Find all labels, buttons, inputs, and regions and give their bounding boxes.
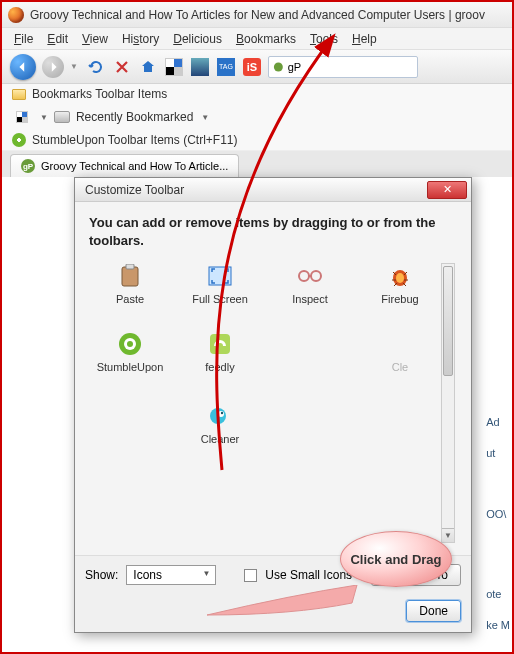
home-button[interactable] bbox=[138, 57, 158, 77]
item-feedly[interactable]: feedly bbox=[179, 331, 261, 373]
search-engine-icon bbox=[273, 61, 284, 73]
scrollbar-thumb[interactable] bbox=[443, 266, 453, 376]
reload-button[interactable] bbox=[86, 57, 106, 77]
back-button[interactable] bbox=[10, 54, 36, 80]
toolbar-items-panel: Paste Full Screen Inspect Firebug Stumbl… bbox=[89, 263, 457, 543]
dropdown-icon: ▼ bbox=[40, 113, 48, 122]
svg-point-12 bbox=[210, 408, 226, 424]
stumbleupon-icon bbox=[12, 133, 26, 147]
dialog-title: Customize Toolbar bbox=[85, 183, 184, 197]
add-new-toolbar-button[interactable]: Add New To bbox=[371, 564, 461, 586]
delicious-small-icon bbox=[12, 107, 32, 127]
paste-icon bbox=[117, 263, 143, 289]
svg-point-0 bbox=[274, 62, 283, 71]
customize-toolbar-dialog: Customize Toolbar ✕ You can add or remov… bbox=[74, 177, 472, 633]
menu-file[interactable]: File bbox=[8, 30, 39, 48]
tag-chip-icon bbox=[54, 111, 70, 123]
window-title: Groovy Technical and How To Articles for… bbox=[30, 8, 485, 22]
menu-bookmarks[interactable]: Bookmarks bbox=[230, 30, 302, 48]
search-input[interactable] bbox=[288, 61, 413, 73]
scrollbar[interactable]: ▼ bbox=[441, 263, 455, 543]
bookmarks-toolbar-label[interactable]: Bookmarks Toolbar Items bbox=[32, 87, 167, 101]
bookmarks-toolbar-row: Bookmarks Toolbar Items bbox=[2, 84, 512, 104]
stumbleupon-row[interactable]: StumbleUpon Toolbar Items (Ctrl+F11) bbox=[2, 130, 512, 151]
stop-button[interactable] bbox=[112, 57, 132, 77]
item-cle-partial[interactable]: Cle bbox=[359, 331, 441, 373]
tag-icon[interactable]: TAG bbox=[216, 57, 236, 77]
dialog-titlebar[interactable]: Customize Toolbar ✕ bbox=[75, 178, 471, 202]
scrollbar-down-icon[interactable]: ▼ bbox=[442, 528, 454, 542]
done-button[interactable]: Done bbox=[406, 600, 461, 622]
feedly-icon bbox=[207, 331, 233, 357]
content-area: Adut OO\ ote ke M ated Customize Toolbar… bbox=[2, 177, 512, 654]
svg-point-14 bbox=[221, 412, 223, 414]
firefox-icon bbox=[8, 7, 24, 23]
tab-active[interactable]: gP Groovy Technical and How To Article..… bbox=[10, 154, 239, 177]
inspect-icon bbox=[297, 263, 323, 289]
favicon-icon: gP bbox=[21, 159, 35, 173]
small-icons-checkbox[interactable] bbox=[244, 569, 257, 582]
svg-point-10 bbox=[127, 341, 133, 347]
svg-rect-2 bbox=[126, 264, 134, 269]
stumbleupon-icon bbox=[117, 331, 143, 357]
search-box[interactable] bbox=[268, 56, 418, 78]
folder-icon bbox=[12, 89, 26, 100]
background-text-fragments: Adut OO\ ote ke M ated bbox=[486, 407, 510, 654]
item-inspect[interactable]: Inspect bbox=[269, 263, 351, 305]
menu-tools[interactable]: Tools bbox=[304, 30, 344, 48]
menu-help[interactable]: Help bbox=[346, 30, 383, 48]
recently-bookmarked-label: Recently Bookmarked bbox=[76, 110, 193, 124]
menu-bar: File Edit View History Delicious Bookmar… bbox=[2, 28, 512, 50]
recently-bookmarked-row[interactable]: ▼ Recently Bookmarked ▼ bbox=[2, 104, 512, 130]
tab-strip: gP Groovy Technical and How To Article..… bbox=[2, 151, 512, 177]
menu-delicious[interactable]: Delicious bbox=[167, 30, 228, 48]
partial-icon bbox=[387, 331, 413, 357]
window-titlebar: Groovy Technical and How To Articles for… bbox=[2, 2, 512, 28]
dialog-footer: Show: Icons Use Small Icons Add New To bbox=[75, 555, 471, 594]
show-label: Show: bbox=[85, 568, 118, 582]
is-icon[interactable]: iS bbox=[242, 57, 262, 77]
forward-button[interactable] bbox=[42, 56, 64, 78]
dropdown-icon: ▼ bbox=[201, 113, 209, 122]
menu-history[interactable]: History bbox=[116, 30, 165, 48]
item-paste[interactable]: Paste bbox=[89, 263, 171, 305]
menu-view[interactable]: View bbox=[76, 30, 114, 48]
item-fullscreen[interactable]: Full Screen bbox=[179, 263, 261, 305]
svg-rect-11 bbox=[210, 334, 230, 354]
menu-edit[interactable]: Edit bbox=[41, 30, 74, 48]
svg-point-4 bbox=[299, 271, 309, 281]
nav-history-dropdown-icon[interactable]: ▼ bbox=[70, 62, 80, 71]
item-firebug[interactable]: Firebug bbox=[359, 263, 441, 305]
firebug-icon bbox=[387, 263, 413, 289]
dialog-message: You can add or remove items by dragging … bbox=[89, 214, 457, 249]
small-icons-label: Use Small Icons bbox=[265, 568, 352, 582]
stumbleupon-label: StumbleUpon Toolbar Items (Ctrl+F11) bbox=[32, 133, 238, 147]
delicious-icon[interactable] bbox=[164, 57, 184, 77]
tab-label: Groovy Technical and How To Article... bbox=[41, 160, 228, 172]
svg-rect-1 bbox=[122, 267, 138, 286]
close-button[interactable]: ✕ bbox=[427, 181, 467, 199]
svg-point-5 bbox=[311, 271, 321, 281]
item-cleaner[interactable]: Cleaner bbox=[179, 403, 261, 445]
item-stumbleupon[interactable]: StumbleUpon bbox=[89, 331, 171, 373]
toolbar-icon-blue[interactable] bbox=[190, 57, 210, 77]
svg-point-13 bbox=[218, 411, 224, 417]
fullscreen-icon bbox=[207, 263, 233, 289]
show-select[interactable]: Icons bbox=[126, 565, 216, 585]
navigation-toolbar: ▼ TAG iS bbox=[2, 50, 512, 84]
svg-point-7 bbox=[396, 273, 404, 283]
cleaner-icon bbox=[207, 403, 233, 429]
